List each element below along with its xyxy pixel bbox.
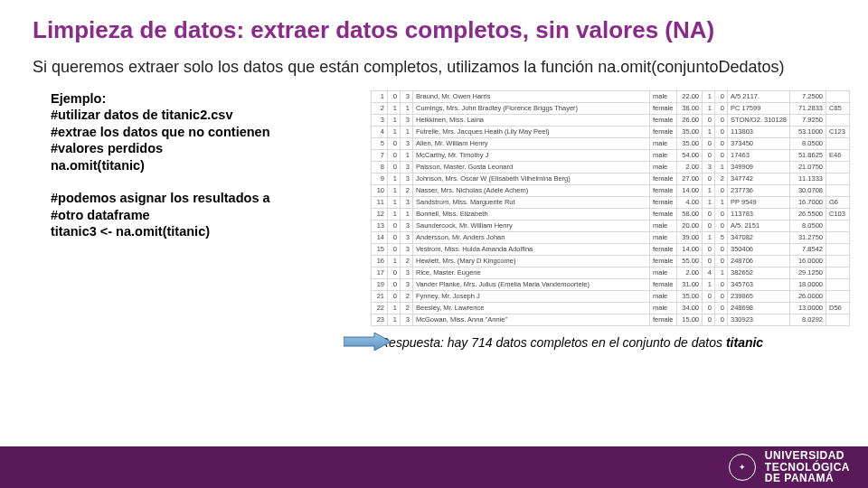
table-cell: 1	[715, 267, 728, 278]
table-cell: Beesley, Mr. Lawrence	[413, 302, 650, 314]
table-cell: 1	[401, 208, 413, 220]
table-cell: 2	[401, 255, 413, 267]
table-cell: 0	[715, 290, 728, 302]
table-cell	[826, 314, 850, 325]
table-cell: 0	[715, 278, 728, 290]
table-cell: 1	[388, 126, 401, 137]
table-cell: 58.00	[677, 208, 703, 220]
table-cell: 113803	[728, 126, 790, 137]
table-cell: 0	[388, 90, 401, 102]
table-cell: 0	[703, 208, 715, 220]
table-cell: 14.00	[677, 243, 703, 255]
table-column: 103Braund, Mr. Owen Harrismale22.0010A/5…	[371, 90, 850, 326]
table-cell: 1	[703, 278, 715, 290]
table-cell: 39.00	[677, 231, 703, 243]
table-cell	[826, 184, 850, 196]
table-row: 1403Andersson, Mr. Anders Johanmale39.00…	[372, 231, 850, 243]
table-cell: 0	[703, 243, 715, 255]
table-cell: Vander Planke, Mrs. Julius (Emelia Maria…	[413, 278, 650, 290]
table-cell: female	[650, 314, 677, 325]
table-cell: 8.0292	[790, 314, 826, 325]
table-cell: 20.00	[677, 220, 703, 231]
table-cell: 29.1250	[790, 267, 826, 278]
example-heading: Ejemplo:	[51, 91, 106, 106]
table-cell: 0	[388, 137, 401, 149]
example-line-3: #valores perdidos	[51, 141, 163, 155]
table-cell	[826, 267, 850, 278]
table-cell: 0	[715, 102, 728, 114]
table-row: 2313McGowan, Miss. Anna "Annie"female15.…	[372, 314, 850, 325]
table-cell	[826, 290, 850, 302]
table-cell: 330923	[728, 314, 790, 325]
table-cell: 5	[715, 231, 728, 243]
table-cell: 31.2750	[790, 231, 826, 243]
table-cell: 0	[703, 149, 715, 161]
table-cell: 2	[715, 173, 728, 184]
table-cell: Andersson, Mr. Anders Johan	[413, 231, 650, 243]
table-cell: 0	[388, 149, 401, 161]
table-cell: female	[650, 255, 677, 267]
table-cell: 2	[401, 184, 413, 196]
table-cell: 0	[703, 137, 715, 149]
table-cell: 7.9250	[790, 114, 826, 126]
table-cell: 248698	[728, 302, 790, 314]
table-cell: 373450	[728, 137, 790, 149]
table-cell: 3	[401, 314, 413, 325]
table-cell: 345763	[728, 278, 790, 290]
table-row: 913Johnson, Mrs. Oscar W (Elisabeth Vilh…	[372, 173, 850, 184]
table-cell: 3	[703, 161, 715, 173]
table-cell: Sandstrom, Miss. Marguerite Rut	[413, 196, 650, 208]
table-cell	[826, 231, 850, 243]
table-cell: 0	[703, 173, 715, 184]
table-cell	[826, 114, 850, 126]
example-block-2: #podemos asignar los resultados a #otro …	[51, 190, 358, 240]
table-cell: 0	[715, 149, 728, 161]
table-cell: 1	[388, 314, 401, 325]
table-cell: male	[650, 149, 677, 161]
table-cell: 0	[715, 90, 728, 102]
table-cell: Saundercock, Mr. William Henry	[413, 220, 650, 231]
table-cell: 15	[372, 243, 388, 255]
table-cell: 350406	[728, 243, 790, 255]
table-cell: 7	[372, 149, 388, 161]
footer-logo: ✦ UNIVERSIDAD TECNOLÓGICA DE PANAMÁ	[729, 450, 850, 484]
table-cell: 23	[372, 314, 388, 325]
table-cell: 3	[401, 220, 413, 231]
example-column: Ejemplo: #utilizar datos de titanic2.csv…	[51, 90, 358, 326]
table-cell: 54.00	[677, 149, 703, 161]
table-cell: 2	[372, 102, 388, 114]
table-cell: Heikkinen, Miss. Laina	[413, 114, 650, 126]
table-cell: Futrelle, Mrs. Jacques Heath (Lily May P…	[413, 126, 650, 137]
table-cell: 0	[388, 243, 401, 255]
table-cell: 7.2500	[790, 90, 826, 102]
table-cell: 11.1333	[790, 173, 826, 184]
table-cell: Braund, Mr. Owen Harris	[413, 90, 650, 102]
table-cell: 113783	[728, 208, 790, 220]
table-cell: 239865	[728, 290, 790, 302]
table-cell: A/5 2117.	[728, 90, 790, 102]
table-cell: 35.00	[677, 126, 703, 137]
table-row: 411Futrelle, Mrs. Jacques Heath (Lily Ma…	[372, 126, 850, 137]
university-name: UNIVERSIDAD TECNOLÓGICA DE PANAMÁ	[765, 450, 850, 484]
table-cell: 0	[715, 114, 728, 126]
table-cell: 0	[703, 114, 715, 126]
table-cell: 8.0500	[790, 220, 826, 231]
table-cell: male	[650, 161, 677, 173]
table-cell: 1	[401, 149, 413, 161]
table-cell: 0	[703, 314, 715, 325]
table-cell: Cumings, Mrs. John Bradley (Florence Bri…	[413, 102, 650, 114]
slide-title: Limpieza de datos: extraer datos complet…	[0, 0, 868, 44]
table-row: 313Heikkinen, Miss. Lainafemale26.0000ST…	[372, 114, 850, 126]
arrow-icon	[344, 333, 391, 351]
table-cell: 16	[372, 255, 388, 267]
table-cell: 1	[388, 302, 401, 314]
table-cell: 248706	[728, 255, 790, 267]
table-cell: Rice, Master. Eugene	[413, 267, 650, 278]
table-cell: 0	[715, 302, 728, 314]
table-cell: PC 17599	[728, 102, 790, 114]
table-cell: female	[650, 126, 677, 137]
table-cell: 1	[388, 184, 401, 196]
table-cell: A/5. 2151	[728, 220, 790, 231]
table-cell: 0	[715, 243, 728, 255]
table-cell: female	[650, 208, 677, 220]
